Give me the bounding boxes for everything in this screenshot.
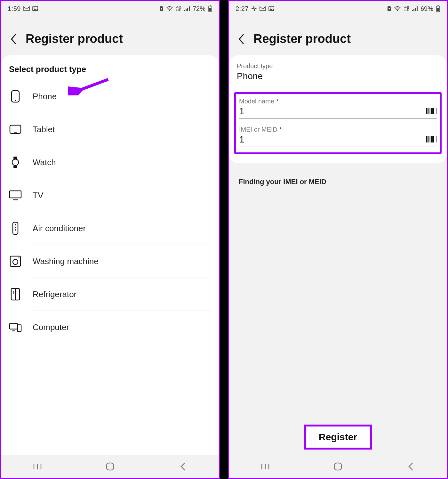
product-label: Tablet	[33, 125, 55, 134]
product-label: Refrigerator	[33, 289, 76, 299]
product-computer[interactable]: Computer	[9, 311, 211, 344]
phone-icon	[9, 90, 22, 103]
imei-input[interactable]	[239, 134, 426, 145]
svg-point-24	[15, 227, 16, 228]
svg-rect-51	[415, 8, 416, 11]
product-label: Phone	[33, 92, 57, 101]
svg-rect-77	[334, 463, 341, 470]
home-button[interactable]	[330, 461, 346, 472]
svg-point-18	[12, 159, 19, 166]
svg-rect-11	[209, 8, 212, 12]
android-nav-bar	[229, 455, 447, 478]
svg-rect-20	[10, 191, 21, 198]
svg-rect-52	[417, 6, 418, 11]
svg-rect-55	[437, 8, 439, 12]
svg-rect-8	[189, 6, 190, 11]
product-ac[interactable]: Air conditioner	[9, 212, 211, 245]
wifi-icon	[166, 6, 173, 11]
svg-rect-5	[184, 10, 185, 11]
svg-rect-7	[187, 8, 188, 11]
battery-percent: 69%	[420, 5, 433, 12]
back-button[interactable]	[237, 35, 246, 44]
svg-rect-64	[436, 108, 436, 114]
picture-icon	[32, 6, 38, 11]
svg-rect-68	[430, 136, 430, 142]
battery-percent: 72%	[193, 5, 205, 12]
barcode-icon[interactable]	[426, 135, 437, 143]
slack-icon	[251, 6, 257, 12]
watch-icon	[9, 156, 22, 169]
svg-rect-39	[107, 463, 114, 470]
svg-rect-58	[428, 108, 429, 114]
back-button[interactable]	[9, 35, 18, 44]
svg-point-13	[15, 100, 16, 101]
product-tv[interactable]: TV	[9, 179, 211, 212]
product-washer[interactable]: Washing machine	[9, 245, 211, 278]
product-type-value: Phone	[237, 71, 439, 81]
product-type-card: Product type Phone Model name * IMEI or …	[229, 55, 447, 163]
product-fridge[interactable]: Refrigerator	[9, 278, 211, 311]
battery-icon	[436, 5, 440, 12]
tv-icon	[9, 190, 22, 200]
section-title: Select product type	[9, 64, 211, 74]
product-tablet[interactable]: Tablet	[9, 113, 211, 146]
svg-point-4	[169, 10, 170, 11]
find-imei-link[interactable]: Finding your IMEI or MEID	[231, 178, 445, 186]
svg-rect-19	[13, 166, 17, 168]
required-asterisk: *	[276, 98, 279, 105]
svg-rect-63	[435, 108, 435, 114]
volte-icon: Vo))LTE	[176, 6, 181, 11]
model-name-field: Model name *	[239, 98, 437, 119]
battery-saver-icon	[159, 6, 164, 12]
svg-rect-70	[432, 136, 433, 142]
product-watch[interactable]: Watch	[9, 146, 211, 179]
ac-remote-icon	[9, 222, 22, 235]
app-header: Register product	[1, 16, 219, 55]
product-label: Watch	[33, 158, 56, 167]
home-button[interactable]	[102, 461, 118, 472]
battery-icon	[208, 5, 212, 12]
back-nav-button[interactable]	[175, 461, 191, 472]
svg-rect-67	[428, 136, 429, 142]
product-list-card: Select product type Phone Tablet	[1, 55, 219, 478]
svg-rect-40	[253, 6, 254, 8]
svg-rect-42	[254, 9, 255, 11]
back-nav-button[interactable]	[403, 461, 419, 472]
required-asterisk: *	[279, 126, 282, 133]
app-header: Register product	[229, 16, 447, 55]
svg-rect-73	[436, 136, 436, 142]
model-name-input[interactable]	[239, 106, 426, 117]
battery-saver-icon	[387, 6, 391, 12]
svg-rect-65	[426, 136, 427, 142]
screenshot-left: 1:59 Vo))LTE 72% Register product Select…	[0, 0, 220, 479]
svg-rect-43	[254, 8, 257, 9]
svg-rect-10	[210, 5, 211, 6]
recents-button[interactable]	[257, 461, 273, 472]
svg-rect-6	[186, 9, 187, 11]
computer-icon	[9, 322, 22, 332]
status-bar: 1:59 Vo))LTE 72%	[1, 1, 219, 16]
svg-point-48	[397, 10, 398, 11]
product-type-list: Phone Tablet Watch	[9, 80, 211, 344]
svg-rect-71	[433, 136, 434, 142]
tablet-icon	[9, 125, 22, 134]
svg-rect-49	[412, 10, 413, 11]
svg-rect-33	[10, 324, 18, 329]
product-type-label: Product type	[237, 62, 439, 70]
barcode-icon[interactable]	[426, 107, 437, 115]
form-highlight-box: Model name * IMEI or MEID *	[234, 92, 442, 154]
svg-point-25	[15, 229, 16, 231]
svg-rect-54	[437, 5, 439, 6]
status-bar: 2:27 Vo))LTE 69%	[229, 1, 447, 16]
android-nav-bar	[1, 455, 219, 478]
svg-rect-35	[18, 325, 21, 331]
product-phone[interactable]: Phone	[9, 80, 211, 113]
washer-icon	[9, 256, 22, 267]
register-button[interactable]: Register	[304, 425, 372, 450]
recents-button[interactable]	[29, 461, 45, 472]
screenshot-right: 2:27 Vo))LTE 69% Register product Produc…	[228, 0, 448, 479]
page-title: Register product	[253, 32, 351, 46]
svg-rect-3	[161, 6, 162, 7]
gmail-icon	[23, 6, 30, 11]
svg-rect-41	[252, 8, 254, 9]
